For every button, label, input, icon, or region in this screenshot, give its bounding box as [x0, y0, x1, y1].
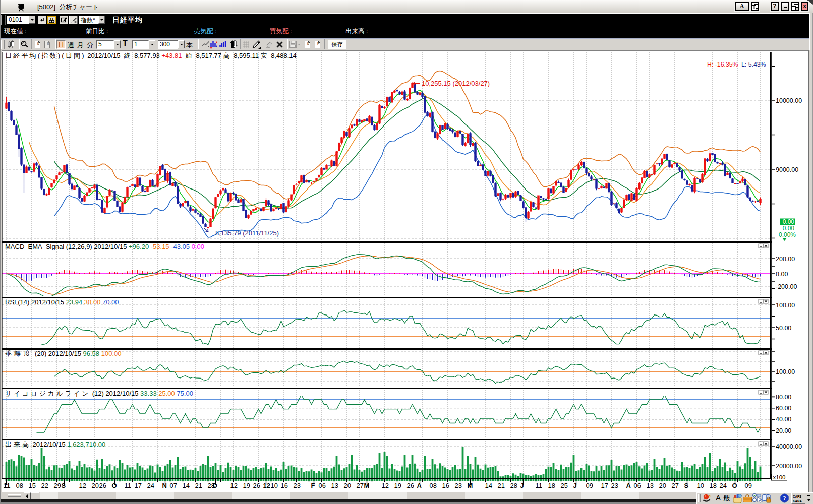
svg-text:b: b — [307, 42, 309, 45]
svg-text:?: ? — [783, 495, 786, 502]
svg-text:b: b — [37, 42, 39, 45]
svg-text:B: B — [47, 42, 49, 45]
svg-text:P: P — [317, 42, 320, 45]
